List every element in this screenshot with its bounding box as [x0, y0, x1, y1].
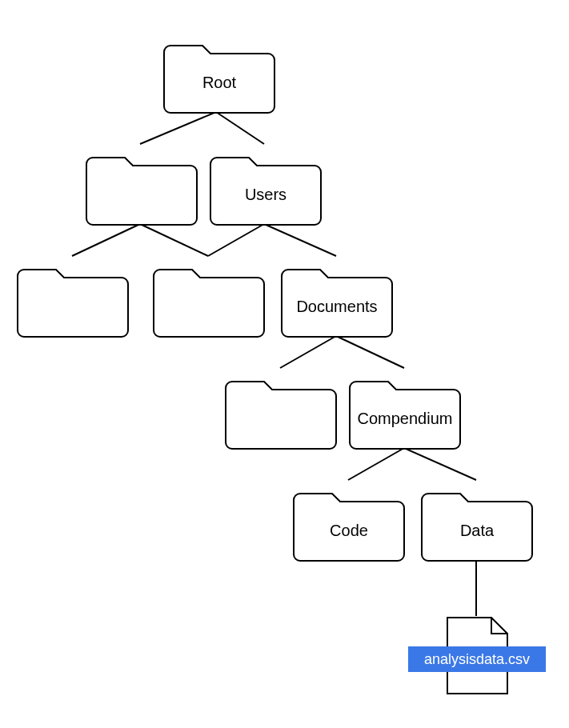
folder-code-label: Code — [330, 522, 368, 539]
folder-level3-left — [18, 270, 128, 337]
folder-documents: Documents — [282, 270, 392, 337]
file-label: analysisdata.csv — [424, 651, 530, 667]
edge-documents-compendium — [336, 336, 404, 368]
folder-level2-left — [86, 158, 197, 225]
folder-code: Code — [294, 494, 404, 561]
edge-root-left — [140, 112, 216, 144]
edge-l2-left — [72, 224, 140, 256]
edge-l2-right — [140, 224, 208, 256]
folder-users: Users — [210, 158, 321, 225]
edge-documents-left — [280, 336, 336, 368]
file-label-banner: analysisdata.csv — [408, 646, 546, 672]
directory-tree-diagram: Root Users Documents Compendium Code Dat… — [0, 0, 569, 728]
edge-compendium-data — [404, 448, 476, 480]
folder-data: Data — [422, 494, 532, 561]
folder-data-label: Data — [460, 522, 495, 539]
folder-users-label: Users — [245, 186, 287, 203]
folder-compendium-label: Compendium — [358, 410, 453, 427]
edge-compendium-code — [348, 448, 404, 480]
folder-level4-left — [226, 382, 336, 449]
folder-documents-label: Documents — [296, 298, 377, 315]
folder-root-label: Root — [202, 74, 237, 91]
folder-compendium: Compendium — [350, 382, 460, 449]
edge-users-left — [208, 224, 264, 256]
edge-users-documents — [264, 224, 336, 256]
folder-root: Root — [164, 46, 274, 113]
edge-root-users — [216, 112, 264, 144]
folder-level3-middle — [154, 270, 264, 337]
